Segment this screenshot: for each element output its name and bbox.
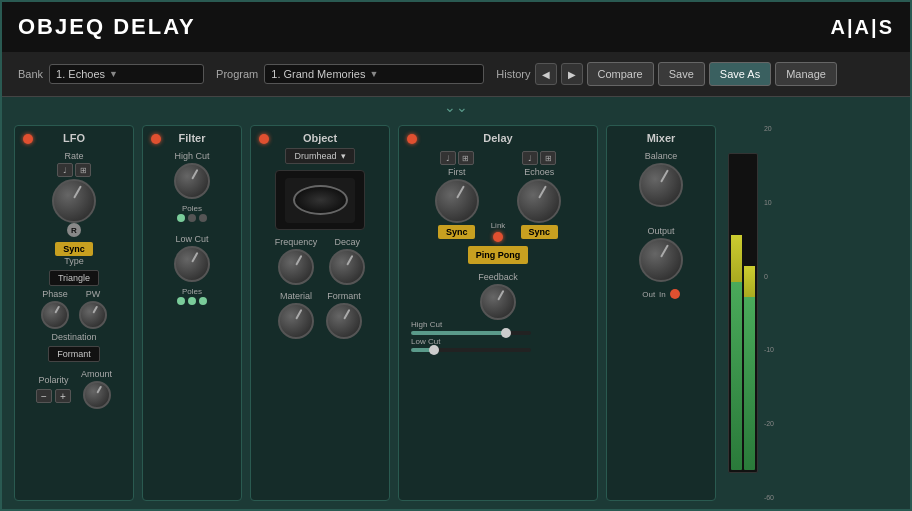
delay-panel: Delay ♩ ⊞ First Sync Link: [398, 125, 598, 501]
vu-left-yellow: [731, 235, 742, 282]
lfo-phase-knob[interactable]: [41, 301, 69, 329]
save-button[interactable]: Save: [658, 62, 705, 86]
delay-grid-icon[interactable]: ⊞: [458, 151, 474, 165]
lfo-destination-display[interactable]: Formant: [48, 346, 100, 362]
object-frequency-label: Frequency: [275, 237, 318, 247]
filter-pole2-1[interactable]: [177, 297, 185, 305]
lfo-tempo-icon[interactable]: ♩: [57, 163, 73, 177]
save-as-button[interactable]: Save As: [709, 62, 771, 86]
delay-echoes-tempo-icon[interactable]: ♩: [522, 151, 538, 165]
filter-pole-2[interactable]: [188, 214, 196, 222]
drumhead-ellipse: [293, 185, 348, 215]
delay-active-dot[interactable]: [407, 134, 417, 144]
vu-meter-container: 20 10 0 -10 -20 -60: [724, 125, 758, 501]
delay-lowcut-thumb[interactable]: [429, 345, 439, 355]
filter-pole-1[interactable]: [177, 214, 185, 222]
bank-value: 1. Echoes: [56, 68, 105, 80]
object-frequency-group: Frequency: [275, 237, 318, 285]
filter-pole2-4[interactable]: [199, 297, 207, 305]
filter-pole2-2[interactable]: [188, 297, 196, 305]
lfo-amount-knob[interactable]: [83, 381, 111, 409]
aas-logo: A|A|S: [831, 16, 894, 39]
delay-sync1-button[interactable]: Sync: [438, 225, 476, 239]
object-active-dot[interactable]: [259, 134, 269, 144]
mixer-out-in-dot[interactable]: [670, 289, 680, 299]
amount-group: Amount: [81, 369, 112, 409]
delay-lowcut-track[interactable]: [411, 348, 531, 352]
delay-highcut-track[interactable]: [411, 331, 531, 335]
filter-highcut-group: High Cut: [174, 151, 210, 199]
object-frequency-knob[interactable]: [278, 249, 314, 285]
object-formant-knob[interactable]: [326, 303, 362, 339]
vu-left-bar: [731, 156, 742, 470]
history-label: History: [496, 68, 530, 80]
collapse-area[interactable]: ⌄⌄: [2, 97, 910, 117]
filter-lowcut-knob[interactable]: [174, 246, 210, 282]
ping-pong-button[interactable]: Ping Pong: [468, 246, 529, 264]
drumhead-visual: [285, 178, 355, 223]
vu-label-10: 10: [764, 199, 774, 206]
delay-first-knob[interactable]: [435, 179, 479, 223]
polarity-minus-button[interactable]: −: [36, 389, 52, 403]
delay-highcut-thumb[interactable]: [501, 328, 511, 338]
lfo-type-display[interactable]: Triangle: [49, 270, 99, 286]
object-header: Object: [303, 132, 337, 148]
object-preset-select[interactable]: Drumhead ▾: [285, 148, 354, 164]
bank-group: Bank 1. Echoes ▼: [18, 64, 204, 84]
main-content: LFO Rate ♩ ⊞ R Sync Type Triangle Phase: [2, 117, 910, 509]
delay-tempo-icon[interactable]: ♩: [440, 151, 456, 165]
filter-highcut-knob[interactable]: [174, 163, 210, 199]
lfo-pw-knob[interactable]: [79, 301, 107, 329]
next-button[interactable]: ▶: [561, 63, 583, 85]
lfo-grid-icon[interactable]: ⊞: [75, 163, 91, 177]
polarity-group: Polarity − +: [36, 375, 71, 403]
delay-sync2-button[interactable]: Sync: [521, 225, 559, 239]
delay-feedback-knob[interactable]: [480, 284, 516, 320]
lfo-type-label: Type: [64, 256, 84, 266]
manage-button[interactable]: Manage: [775, 62, 837, 86]
collapse-icon: ⌄⌄: [444, 99, 468, 115]
delay-feedback-label: Feedback: [478, 272, 518, 282]
delay-echoes-grid-icon[interactable]: ⊞: [540, 151, 556, 165]
lfo-pw-knob-group: PW: [79, 289, 107, 329]
program-arrow-icon: ▼: [369, 69, 378, 79]
compare-button[interactable]: Compare: [587, 62, 654, 86]
lfo-panel: LFO Rate ♩ ⊞ R Sync Type Triangle Phase: [14, 125, 134, 501]
lfo-rate-knob[interactable]: [52, 179, 96, 223]
mixer-panel: Mixer Balance Output Out In: [606, 125, 716, 501]
vu-meter: [728, 153, 758, 473]
plugin-title: OBJEQ DELAY: [18, 14, 196, 40]
program-select[interactable]: 1. Grand Memories ▼: [264, 64, 484, 84]
filter-active-dot[interactable]: [151, 134, 161, 144]
delay-highcut-label: High Cut: [411, 320, 585, 329]
delay-top-row: ♩ ⊞ First Sync Link ♩ ⊞ Echoes: [407, 148, 589, 242]
polarity-plus-button[interactable]: +: [55, 389, 71, 403]
lfo-title: LFO: [63, 132, 85, 144]
object-decay-knob[interactable]: [329, 249, 365, 285]
header: OBJEQ DELAY A|A|S: [2, 2, 910, 52]
mixer-output-knob[interactable]: [639, 238, 683, 282]
filter-pole-4[interactable]: [199, 214, 207, 222]
mixer-balance-knob[interactable]: [639, 163, 683, 207]
object-formant-group: Formant: [326, 291, 362, 339]
lfo-phase-pw-row: Phase PW: [37, 286, 111, 332]
object-formant-label: Formant: [327, 291, 361, 301]
filter-lowcut-label: Low Cut: [175, 234, 208, 244]
lfo-r-badge[interactable]: R: [67, 223, 81, 237]
prev-button[interactable]: ◀: [535, 63, 557, 85]
filter-panel: Filter High Cut Poles Low Cut Poles: [142, 125, 242, 501]
lfo-sync-button[interactable]: Sync: [55, 242, 93, 256]
object-material-knob[interactable]: [278, 303, 314, 339]
mixer-title: Mixer: [647, 132, 676, 144]
filter-poles2-dots: [177, 297, 207, 305]
mixer-balance-label: Balance: [645, 151, 678, 161]
bank-select[interactable]: 1. Echoes ▼: [49, 64, 204, 84]
delay-link-dot[interactable]: [493, 232, 503, 242]
filter-poles2-label: Poles: [182, 287, 202, 296]
delay-echoes-controls: ♩ ⊞: [522, 151, 556, 165]
object-material-group: Material: [278, 291, 314, 339]
delay-echoes-knob[interactable]: [517, 179, 561, 223]
object-material-formant-row: Material Formant: [274, 288, 366, 342]
mixer-out-label: Out: [642, 290, 655, 299]
lfo-active-dot[interactable]: [23, 134, 33, 144]
